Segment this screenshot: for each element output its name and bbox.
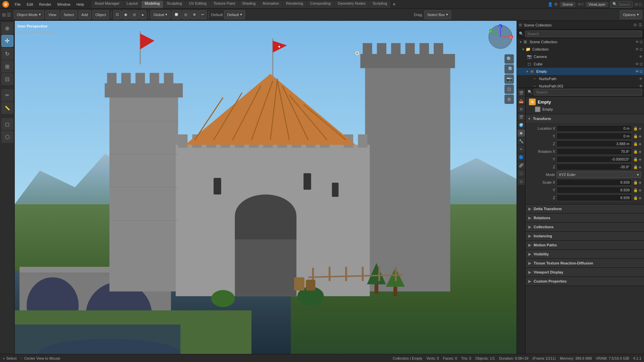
help-menu[interactable]: Help <box>74 2 87 7</box>
tab-asset-manager[interactable]: Asset Manager <box>92 1 123 8</box>
anim-icon-7[interactable]: ◆ <box>639 180 641 185</box>
select-box-btn[interactable]: Select Box ▾ <box>424 10 451 19</box>
instancing-header[interactable]: ▶ Instancing <box>526 232 644 240</box>
props-tab-constraints[interactable]: 🔗 <box>518 162 525 169</box>
tab-texture-paint[interactable]: Texture Paint <box>210 1 238 8</box>
move-tool-btn[interactable]: ✛ <box>1 35 13 47</box>
tissue-header[interactable]: ▶ Tissue Texture Reaction-Diffusion <box>526 259 644 267</box>
outliner-item-collection[interactable]: ▾ 📁 Collection 👁 ⊡ <box>517 46 644 53</box>
eye-icon-2[interactable]: 👁 <box>635 47 639 52</box>
eye-icon-6[interactable]: 👁 <box>639 77 643 81</box>
scale-x-field[interactable]: 8.939 <box>556 179 632 186</box>
eye-icon-3[interactable]: 👁 <box>639 55 643 59</box>
outliner-options-icon[interactable]: ☰ <box>639 23 642 27</box>
select-icon-2[interactable]: ⊡ <box>640 47 643 52</box>
select-icon[interactable]: ⊡ <box>640 40 643 44</box>
render-btn[interactable]: ● <box>139 10 146 19</box>
solid-btn[interactable]: ◉ <box>122 10 130 19</box>
props-tab-particles[interactable]: ✦ <box>518 145 525 153</box>
props-tab-data[interactable]: ⬡ <box>518 170 525 177</box>
props-tab-view-layer[interactable]: ⊞ <box>518 105 525 113</box>
outliner-filter-icon[interactable]: ⊟ <box>634 23 637 27</box>
file-menu[interactable]: File <box>12 2 23 7</box>
anim-icon[interactable]: ◆ <box>639 126 641 131</box>
local-view-btn[interactable]: ⊡ <box>504 84 514 94</box>
fullscreen-icon[interactable]: ⊡ <box>639 2 642 7</box>
lock-icon-3[interactable]: 🔒 <box>633 142 638 146</box>
scene-selector[interactable]: Scene <box>560 2 576 7</box>
eye-icon-4[interactable]: 👁 <box>635 62 639 66</box>
rotation-x-field[interactable]: 70.8° <box>556 148 632 155</box>
zoom-out-btn[interactable]: 🔎 <box>504 64 514 74</box>
location-z-field[interactable]: 3.888 m <box>556 140 632 147</box>
annotate-tool-btn[interactable]: ✏ <box>1 89 13 101</box>
render-toggle-btn[interactable]: ⊕ <box>504 95 514 104</box>
rotate-tool-btn[interactable]: ↻ <box>1 48 13 60</box>
zoom-in-btn[interactable]: 🔍 <box>504 54 514 64</box>
extrude-btn[interactable]: ⬡ <box>1 131 13 143</box>
location-y-field[interactable]: 0 m <box>556 133 632 139</box>
layer-selector[interactable]: ViewLayer <box>586 2 608 7</box>
lock-icon-8[interactable]: 🔒 <box>633 188 638 192</box>
collections-header[interactable]: ▶ Collections <box>526 223 644 231</box>
anim-icon-5[interactable]: ◆ <box>639 157 641 162</box>
anim-icon-6[interactable]: ◆ <box>639 165 641 169</box>
filter-icon[interactable]: ⊞ <box>635 2 638 7</box>
lock-icon[interactable]: 🔒 <box>633 126 638 131</box>
add-workspace-tab[interactable]: + <box>391 1 397 8</box>
viewport-display-header[interactable]: ▶ Viewport Display <box>526 268 644 277</box>
viewport-gizmo[interactable]: X Y Z <box>487 23 514 50</box>
lock-icon-2[interactable]: 🔒 <box>633 134 638 138</box>
outliner-search-input[interactable] <box>525 31 642 37</box>
anim-icon-9[interactable]: ◆ <box>639 196 641 200</box>
add-menu[interactable]: Add <box>78 10 91 19</box>
rotation-mode-dropdown[interactable]: XYZ Euler ▾ <box>556 171 641 178</box>
lock-icon-7[interactable]: 🔒 <box>633 180 638 185</box>
anim-icon-2[interactable]: ◆ <box>639 134 641 138</box>
tab-geometry-nodes[interactable]: Geometry Nodes <box>334 1 369 8</box>
tab-sculpting[interactable]: Sculpting <box>163 1 185 8</box>
window-menu[interactable]: Window <box>55 2 73 7</box>
outliner-item-empty[interactable]: ▾ ⊕ Empty 👁 ⊡ <box>517 68 644 75</box>
top-icon-1[interactable]: 👤 <box>548 2 553 7</box>
tab-scripting[interactable]: Scripting <box>369 1 390 8</box>
object-menu[interactable]: Object <box>92 10 109 19</box>
top-search[interactable]: 🔍 Search <box>610 1 633 8</box>
relations-header[interactable]: ▶ Relations <box>526 214 644 222</box>
transform-pivot[interactable]: ⊕ <box>191 10 198 19</box>
eye-icon-5[interactable]: 👁 <box>635 69 639 74</box>
props-tab-material[interactable]: ◎ <box>518 178 525 185</box>
tab-rendering[interactable]: Rendering <box>283 1 307 8</box>
eye-icon-7[interactable]: 👁 <box>639 84 643 87</box>
measure-tool-btn[interactable]: 📏 <box>1 102 13 114</box>
snap-btn[interactable]: 🔲 <box>172 10 181 19</box>
tab-modeling[interactable]: Modeling <box>142 1 163 8</box>
props-tab-output[interactable]: 📤 <box>518 97 525 105</box>
anim-icon-8[interactable]: ◆ <box>639 188 641 192</box>
edit-menu[interactable]: Edit <box>24 2 36 7</box>
rotation-y-field[interactable]: -0.000015° <box>556 156 632 163</box>
visibility-header[interactable]: ▶ Visibility <box>526 250 644 258</box>
rotation-z-field[interactable]: -30.8° <box>556 164 632 170</box>
props-tab-object[interactable]: ⊕ <box>518 129 525 137</box>
scale-y-field[interactable]: 8.939 <box>556 187 632 193</box>
auto-merge[interactable]: ↩ <box>199 10 207 19</box>
options-btn[interactable]: Options ▾ <box>620 10 642 19</box>
motion-paths-header[interactable]: ▶ Motion Paths <box>526 241 644 249</box>
transform-tool-btn[interactable]: ⊡ <box>1 73 13 85</box>
lock-icon-9[interactable]: 🔒 <box>633 196 638 200</box>
restrict-icon[interactable]: ⊡ <box>640 62 643 66</box>
anim-icon-4[interactable]: ◆ <box>639 149 641 154</box>
eye-icon[interactable]: 👁 <box>635 40 639 44</box>
toggle-header-icon[interactable]: ☰ <box>7 12 11 17</box>
transform-orientation[interactable]: Global ▾ <box>151 10 171 19</box>
tab-animation[interactable]: Animation <box>259 1 282 8</box>
cursor-tool-btn[interactable]: ⊕ <box>1 22 13 34</box>
add-primitive-btn[interactable]: ◻ <box>1 118 13 130</box>
location-x-field[interactable]: 0 m <box>556 125 632 132</box>
restrict-icon-2[interactable]: ⊡ <box>640 69 643 74</box>
select-menu[interactable]: Select <box>61 10 77 19</box>
props-tab-world[interactable]: 🌍 <box>518 121 525 129</box>
mode-dropdown[interactable]: Object Mode ▾ <box>14 10 44 19</box>
scale-z-field[interactable]: 8.939 <box>556 194 632 201</box>
